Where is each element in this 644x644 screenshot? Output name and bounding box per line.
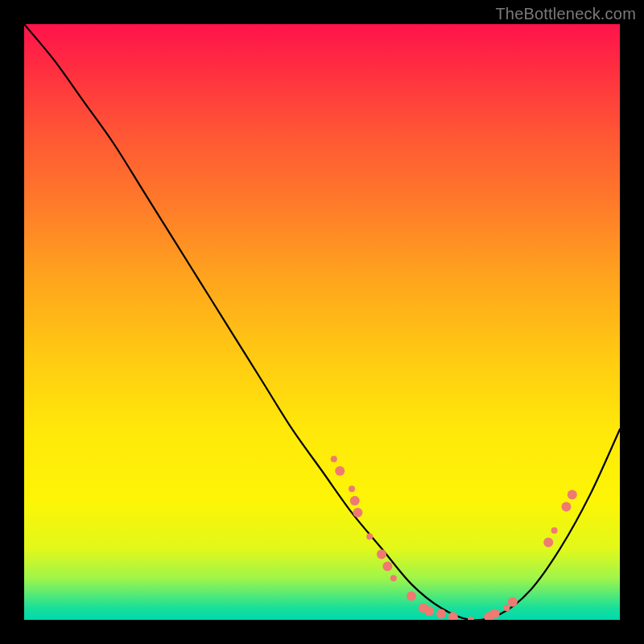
sample-point bbox=[543, 538, 553, 547]
chart-container: TheBottleneck.com bbox=[0, 0, 644, 644]
sample-point bbox=[335, 466, 345, 476]
sample-point bbox=[551, 527, 558, 534]
sample-point bbox=[503, 605, 510, 611]
sample-point bbox=[331, 456, 337, 462]
plot-area bbox=[24, 24, 620, 620]
sample-point bbox=[508, 597, 518, 607]
sample-point bbox=[561, 502, 571, 511]
sample-point bbox=[377, 550, 386, 559]
chart-svg bbox=[24, 24, 620, 620]
sample-point bbox=[382, 561, 392, 571]
sample-point bbox=[390, 575, 397, 581]
bottleneck-curve bbox=[24, 24, 620, 620]
sample-point bbox=[490, 609, 500, 619]
sample-point bbox=[366, 533, 373, 539]
sample-point bbox=[350, 496, 360, 506]
sample-points-group bbox=[331, 456, 577, 620]
sample-point bbox=[436, 609, 446, 619]
sample-point bbox=[349, 485, 355, 492]
sample-point bbox=[424, 606, 434, 616]
sample-point bbox=[407, 591, 416, 601]
watermark-text: TheBottleneck.com bbox=[495, 5, 636, 23]
sample-point bbox=[353, 508, 362, 518]
sample-point bbox=[568, 490, 577, 500]
sample-point bbox=[468, 617, 474, 620]
